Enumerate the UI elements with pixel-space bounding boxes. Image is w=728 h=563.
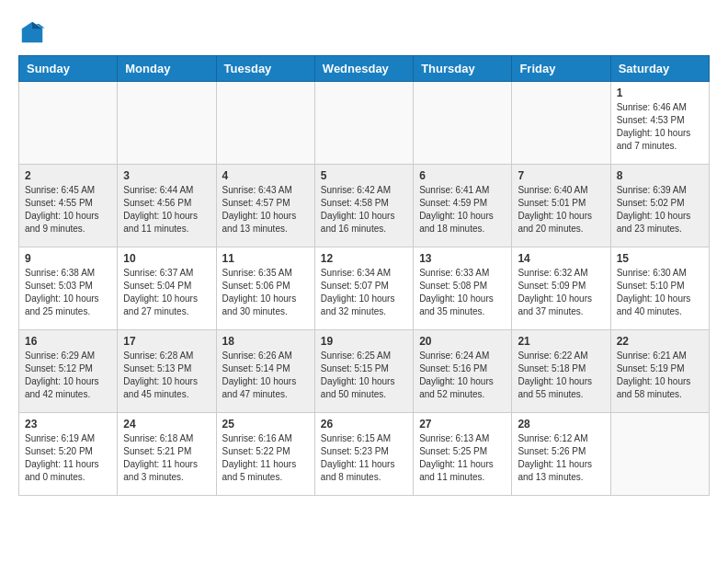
- day-number: 12: [321, 252, 407, 265]
- calendar-day-cell: 13Sunrise: 6:33 AM Sunset: 5:08 PM Dayli…: [414, 247, 512, 330]
- calendar-week-row: 23Sunrise: 6:19 AM Sunset: 5:20 PM Dayli…: [19, 413, 710, 496]
- calendar-week-row: 1Sunrise: 6:46 AM Sunset: 4:53 PM Daylig…: [19, 82, 710, 165]
- day-number: 4: [222, 169, 309, 182]
- day-number: 27: [419, 418, 506, 431]
- day-info: Sunrise: 6:32 AM Sunset: 5:09 PM Dayligh…: [518, 267, 604, 318]
- page-header: [18, 18, 710, 46]
- calendar-day-cell: 3Sunrise: 6:44 AM Sunset: 4:56 PM Daylig…: [118, 165, 216, 247]
- calendar-day-cell: [610, 413, 709, 496]
- day-number: 10: [123, 252, 210, 265]
- calendar-day-cell: 16Sunrise: 6:29 AM Sunset: 5:12 PM Dayli…: [19, 330, 118, 413]
- day-number: 11: [222, 252, 309, 265]
- day-info: Sunrise: 6:18 AM Sunset: 5:21 PM Dayligh…: [123, 432, 210, 484]
- calendar-day-cell: 22Sunrise: 6:21 AM Sunset: 5:19 PM Dayli…: [610, 330, 709, 413]
- day-number: 5: [321, 169, 407, 182]
- day-number: 17: [123, 335, 210, 348]
- day-number: 6: [419, 169, 506, 182]
- calendar-day-cell: 21Sunrise: 6:22 AM Sunset: 5:18 PM Dayli…: [512, 330, 610, 413]
- day-number: 7: [518, 169, 604, 182]
- calendar-week-row: 16Sunrise: 6:29 AM Sunset: 5:12 PM Dayli…: [19, 330, 710, 413]
- calendar-day-cell: 14Sunrise: 6:32 AM Sunset: 5:09 PM Dayli…: [512, 247, 610, 330]
- day-info: Sunrise: 6:33 AM Sunset: 5:08 PM Dayligh…: [419, 267, 506, 318]
- day-of-week-header: Saturday: [610, 56, 709, 82]
- calendar-day-cell: 17Sunrise: 6:28 AM Sunset: 5:13 PM Dayli…: [118, 330, 216, 413]
- calendar-day-cell: 10Sunrise: 6:37 AM Sunset: 5:04 PM Dayli…: [118, 247, 216, 330]
- calendar-day-cell: 18Sunrise: 6:26 AM Sunset: 5:14 PM Dayli…: [216, 330, 314, 413]
- calendar-day-cell: 19Sunrise: 6:25 AM Sunset: 5:15 PM Dayli…: [314, 330, 413, 413]
- day-info: Sunrise: 6:46 AM Sunset: 4:53 PM Dayligh…: [617, 101, 703, 153]
- day-of-week-header: Tuesday: [216, 56, 314, 82]
- calendar-day-cell: 26Sunrise: 6:15 AM Sunset: 5:23 PM Dayli…: [314, 413, 413, 496]
- calendar-day-cell: [216, 82, 314, 165]
- day-number: 26: [321, 418, 407, 431]
- calendar-week-row: 2Sunrise: 6:45 AM Sunset: 4:55 PM Daylig…: [19, 165, 710, 247]
- day-info: Sunrise: 6:44 AM Sunset: 4:56 PM Dayligh…: [123, 184, 210, 236]
- day-info: Sunrise: 6:39 AM Sunset: 5:02 PM Dayligh…: [617, 184, 703, 236]
- day-number: 9: [25, 252, 111, 265]
- calendar-day-cell: 4Sunrise: 6:43 AM Sunset: 4:57 PM Daylig…: [216, 165, 314, 247]
- calendar-header-row: SundayMondayTuesdayWednesdayThursdayFrid…: [19, 56, 710, 82]
- day-info: Sunrise: 6:29 AM Sunset: 5:12 PM Dayligh…: [25, 350, 111, 401]
- day-number: 13: [419, 252, 506, 265]
- day-info: Sunrise: 6:37 AM Sunset: 5:04 PM Dayligh…: [123, 267, 210, 318]
- day-number: 28: [518, 418, 604, 431]
- day-number: 21: [518, 335, 604, 348]
- calendar-day-cell: 24Sunrise: 6:18 AM Sunset: 5:21 PM Dayli…: [118, 413, 216, 496]
- calendar-day-cell: 1Sunrise: 6:46 AM Sunset: 4:53 PM Daylig…: [610, 82, 709, 165]
- day-number: 3: [123, 169, 210, 182]
- calendar-day-cell: 28Sunrise: 6:12 AM Sunset: 5:26 PM Dayli…: [512, 413, 610, 496]
- day-of-week-header: Sunday: [19, 56, 118, 82]
- day-number: 8: [617, 169, 703, 182]
- calendar-day-cell: 11Sunrise: 6:35 AM Sunset: 5:06 PM Dayli…: [216, 247, 314, 330]
- day-info: Sunrise: 6:34 AM Sunset: 5:07 PM Dayligh…: [321, 267, 407, 318]
- day-info: Sunrise: 6:30 AM Sunset: 5:10 PM Dayligh…: [617, 267, 703, 318]
- day-number: 2: [25, 169, 111, 182]
- calendar-table: SundayMondayTuesdayWednesdayThursdayFrid…: [18, 55, 710, 496]
- day-info: Sunrise: 6:45 AM Sunset: 4:55 PM Dayligh…: [25, 184, 111, 236]
- calendar-week-row: 9Sunrise: 6:38 AM Sunset: 5:03 PM Daylig…: [19, 247, 710, 330]
- day-number: 24: [123, 418, 210, 431]
- day-of-week-header: Thursday: [414, 56, 512, 82]
- day-info: Sunrise: 6:12 AM Sunset: 5:26 PM Dayligh…: [518, 432, 604, 484]
- day-info: Sunrise: 6:15 AM Sunset: 5:23 PM Dayligh…: [321, 432, 407, 484]
- day-info: Sunrise: 6:42 AM Sunset: 4:58 PM Dayligh…: [321, 184, 407, 236]
- day-info: Sunrise: 6:41 AM Sunset: 4:59 PM Dayligh…: [419, 184, 506, 236]
- calendar-day-cell: [19, 82, 118, 165]
- calendar-day-cell: 5Sunrise: 6:42 AM Sunset: 4:58 PM Daylig…: [314, 165, 413, 247]
- day-info: Sunrise: 6:35 AM Sunset: 5:06 PM Dayligh…: [222, 267, 309, 318]
- day-number: 23: [25, 418, 111, 431]
- calendar-day-cell: 8Sunrise: 6:39 AM Sunset: 5:02 PM Daylig…: [610, 165, 709, 247]
- day-number: 20: [419, 335, 506, 348]
- day-number: 22: [617, 335, 703, 348]
- day-info: Sunrise: 6:26 AM Sunset: 5:14 PM Dayligh…: [222, 350, 309, 401]
- day-info: Sunrise: 6:16 AM Sunset: 5:22 PM Dayligh…: [222, 432, 309, 484]
- calendar-day-cell: 20Sunrise: 6:24 AM Sunset: 5:16 PM Dayli…: [414, 330, 512, 413]
- day-info: Sunrise: 6:13 AM Sunset: 5:25 PM Dayligh…: [419, 432, 506, 484]
- day-info: Sunrise: 6:24 AM Sunset: 5:16 PM Dayligh…: [419, 350, 506, 401]
- day-number: 16: [25, 335, 111, 348]
- logo: [18, 18, 50, 46]
- logo-icon: [18, 18, 46, 46]
- day-info: Sunrise: 6:43 AM Sunset: 4:57 PM Dayligh…: [222, 184, 309, 236]
- day-info: Sunrise: 6:25 AM Sunset: 5:15 PM Dayligh…: [321, 350, 407, 401]
- calendar-day-cell: 2Sunrise: 6:45 AM Sunset: 4:55 PM Daylig…: [19, 165, 118, 247]
- day-info: Sunrise: 6:21 AM Sunset: 5:19 PM Dayligh…: [617, 350, 703, 401]
- day-number: 19: [321, 335, 407, 348]
- calendar-day-cell: [314, 82, 413, 165]
- day-info: Sunrise: 6:28 AM Sunset: 5:13 PM Dayligh…: [123, 350, 210, 401]
- calendar-day-cell: 23Sunrise: 6:19 AM Sunset: 5:20 PM Dayli…: [19, 413, 118, 496]
- day-number: 15: [617, 252, 703, 265]
- calendar-day-cell: 25Sunrise: 6:16 AM Sunset: 5:22 PM Dayli…: [216, 413, 314, 496]
- day-number: 25: [222, 418, 309, 431]
- day-number: 14: [518, 252, 604, 265]
- calendar-day-cell: 12Sunrise: 6:34 AM Sunset: 5:07 PM Dayli…: [314, 247, 413, 330]
- calendar-day-cell: 7Sunrise: 6:40 AM Sunset: 5:01 PM Daylig…: [512, 165, 610, 247]
- day-of-week-header: Wednesday: [314, 56, 413, 82]
- calendar-day-cell: 27Sunrise: 6:13 AM Sunset: 5:25 PM Dayli…: [414, 413, 512, 496]
- day-of-week-header: Monday: [118, 56, 216, 82]
- day-info: Sunrise: 6:40 AM Sunset: 5:01 PM Dayligh…: [518, 184, 604, 236]
- calendar-day-cell: [512, 82, 610, 165]
- day-info: Sunrise: 6:38 AM Sunset: 5:03 PM Dayligh…: [25, 267, 111, 318]
- day-info: Sunrise: 6:22 AM Sunset: 5:18 PM Dayligh…: [518, 350, 604, 401]
- calendar-day-cell: 6Sunrise: 6:41 AM Sunset: 4:59 PM Daylig…: [414, 165, 512, 247]
